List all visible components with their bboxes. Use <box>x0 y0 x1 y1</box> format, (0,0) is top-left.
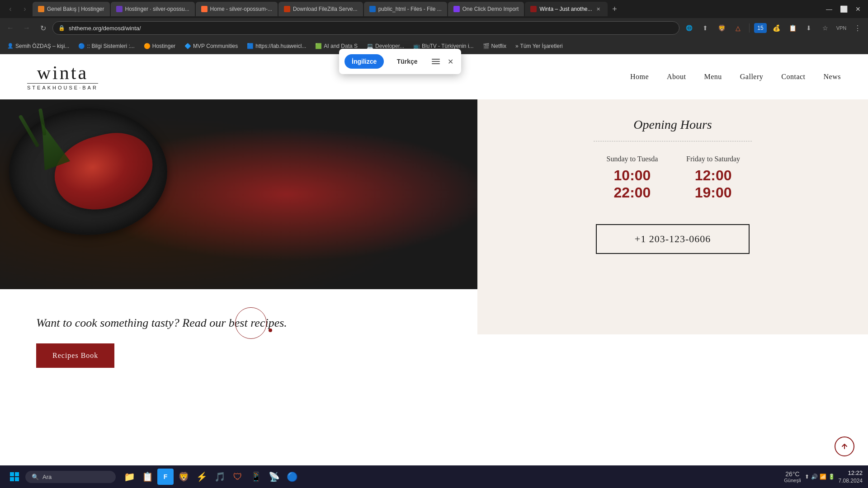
bookmark-5[interactable]: 🟦 https://lab.huaweicl... <box>243 41 310 51</box>
tab-favicon-7 <box>530 6 537 12</box>
site-logo: winta STEAKHOUSE·BAR <box>27 63 98 90</box>
tray-icon-battery[interactable]: 🔋 <box>828 474 835 480</box>
bookmark-icon-3: 🟠 <box>144 43 151 49</box>
bookmark-icon-6: 🟩 <box>315 43 322 49</box>
back-button[interactable]: ← <box>4 21 17 35</box>
taskbar-app-explorer[interactable]: 📁 <box>121 469 137 485</box>
taskbar-app-brave[interactable]: 🛡 <box>230 469 246 485</box>
history-button[interactable]: 📋 <box>786 21 799 35</box>
nav-contact[interactable]: Contact <box>781 73 805 81</box>
start-button[interactable] <box>5 468 24 486</box>
downloads-button[interactable]: ⬇ <box>802 21 816 35</box>
weather-temp: 26°C <box>785 470 799 478</box>
tab-title-1: Genel Bakış | Hostinger <box>47 6 104 12</box>
taskbar-app-browser[interactable]: 🦁 <box>175 469 192 485</box>
hero-background <box>0 99 477 289</box>
tab-2[interactable]: Hostinger · silver-opossu... <box>111 2 195 16</box>
bookmark-icon-5: 🟦 <box>247 43 254 49</box>
tab-favicon-3 <box>201 6 208 12</box>
nav-about[interactable]: About <box>667 73 686 81</box>
bookmark-9[interactable]: 🎬 Netflix <box>479 41 510 51</box>
forward-button[interactable]: → <box>20 21 33 35</box>
tray-icon-sound[interactable]: 🔊 <box>811 474 818 480</box>
bookmark-icon-7: 💻 <box>367 43 373 49</box>
popup-close-button[interactable]: ✕ <box>445 56 456 67</box>
nav-menu[interactable]: Menu <box>704 73 722 81</box>
taskbar-app-files[interactable]: F <box>157 469 174 485</box>
clock-date: 7.08.2024 <box>839 477 863 485</box>
tab-4[interactable]: Download FileZilla Serve... <box>278 2 363 16</box>
bookmark-label-6: AI and Data S <box>324 43 358 49</box>
tab-close-7[interactable]: ✕ <box>595 5 602 13</box>
bookmark-4[interactable]: 🔷 MVP Communities <box>181 41 241 51</box>
recipes-book-button[interactable]: Recipes Book <box>36 343 114 368</box>
nav-bar: ← → ↻ 🔒 shtheme.org/demosd/winta/ 🌐 ⬆ 🦁 … <box>0 18 868 38</box>
bookmark-icon-8: 📺 <box>413 43 420 49</box>
close-button[interactable]: ✕ <box>852 3 864 15</box>
tray-icon-1[interactable]: ⬆ <box>805 474 809 480</box>
taskbar-app-extra[interactable]: 🔵 <box>284 469 300 485</box>
taskbar: 🔍 Ara 📁 📋 F 🦁 ⚡ 🎵 🛡 📱 📡 🔵 26°C Güneşli ⬆… <box>0 465 868 488</box>
bookmark-more[interactable]: » Tüm Yer İşaretleri <box>512 41 566 51</box>
taskbar-app-whatsapp[interactable]: 📱 <box>248 469 264 485</box>
svg-rect-1 <box>432 61 440 62</box>
new-tab-button[interactable]: + <box>609 3 621 15</box>
vpn-button[interactable]: VPN <box>835 21 848 35</box>
scroll-top-button[interactable] <box>835 436 854 456</box>
tab-1[interactable]: Genel Bakış | Hostinger <box>33 2 110 16</box>
bookmark-label-more: Tüm Yer İşaretleri <box>520 43 563 49</box>
wallet-button[interactable]: 💰 <box>769 21 783 35</box>
share-button[interactable]: ⬆ <box>698 21 712 35</box>
popup-menu-icon[interactable] <box>430 56 441 67</box>
logo-subtitle: STEAKHOUSE·BAR <box>27 83 98 90</box>
minimize-button[interactable]: — <box>823 3 835 15</box>
phone-button[interactable]: +1 203-123-0606 <box>596 224 750 254</box>
hours-time-close-1: 22:00 <box>605 184 659 201</box>
hours-time-open-1: 10:00 <box>605 167 659 184</box>
bookmark-1[interactable]: 👤 Semih ÖZDAŞ – kişi... <box>4 41 73 51</box>
bookmark-label-1: Semih ÖZDAŞ – kişi... <box>15 43 69 49</box>
menu-button[interactable]: ⋮ <box>851 21 864 35</box>
bookmark-label-3: Hostinger <box>152 43 175 49</box>
hours-title: Opening Hours <box>633 117 712 132</box>
system-tray: ⬆ 🔊 📶 🔋 <box>805 474 835 480</box>
tray-icon-wifi[interactable]: 📶 <box>820 474 826 480</box>
tab-scroll-left[interactable]: ‹ <box>4 2 17 16</box>
translate-button[interactable]: 🌐 <box>682 21 696 35</box>
bookmark-3[interactable]: 🟠 Hostinger <box>140 41 179 51</box>
taskbar-app-filezilla[interactable]: 📡 <box>266 469 282 485</box>
taskbar-app-vscode[interactable]: ⚡ <box>193 469 210 485</box>
taskbar-app-1[interactable]: 📋 <box>139 469 156 485</box>
rewards-button[interactable]: △ <box>731 21 745 35</box>
svg-rect-6 <box>15 477 19 481</box>
taskbar-clock[interactable]: 12:22 7.08.2024 <box>839 469 863 485</box>
bookmark-button[interactable]: ☆ <box>818 21 832 35</box>
hours-time-open-2: 12:00 <box>686 167 740 184</box>
extensions-button[interactable]: 15 <box>754 23 767 33</box>
nav-home[interactable]: Home <box>630 73 649 81</box>
weather-condition: Güneşli <box>784 478 801 483</box>
tab-7[interactable]: Winta – Just anothe... ✕ <box>525 2 607 16</box>
tab-6[interactable]: One Click Demo Import <box>448 2 524 16</box>
recipes-section: Want to cook something tasty? Read our b… <box>0 289 477 395</box>
maximize-button[interactable]: ⬜ <box>837 3 850 15</box>
language-option-turkish[interactable]: Türkçe <box>387 54 427 69</box>
svg-rect-3 <box>10 472 14 476</box>
nav-gallery[interactable]: Gallery <box>740 73 763 81</box>
tab-bar: ‹ › Genel Bakış | Hostinger Hostinger · … <box>0 0 868 18</box>
taskbar-apps: 📁 📋 F 🦁 ⚡ 🎵 🛡 📱 📡 🔵 <box>121 469 300 485</box>
address-bar[interactable]: 🔒 shtheme.org/demosd/winta/ <box>52 21 679 35</box>
language-option-english[interactable]: İngilizce <box>344 54 384 69</box>
bookmark-2[interactable]: 🔵 :: Bilgi Sistemleri :... <box>75 41 138 51</box>
nav-news[interactable]: News <box>824 73 841 81</box>
reload-button[interactable]: ↻ <box>36 21 50 35</box>
tab-favicon-2 <box>116 6 123 12</box>
taskbar-search[interactable]: 🔍 Ara <box>25 471 116 483</box>
tab-3[interactable]: Home - silver-opossum-... <box>196 2 278 16</box>
taskbar-app-music[interactable]: 🎵 <box>212 469 228 485</box>
tab-scroll-right[interactable]: › <box>18 2 32 16</box>
brave-shield[interactable]: 🦁 <box>715 21 728 35</box>
window-controls: — ⬜ ✕ <box>823 3 864 15</box>
hours-col-1: Sunday to Tuesda 10:00 22:00 <box>605 155 659 202</box>
tab-5[interactable]: public_html - Files - File ... <box>364 2 447 16</box>
